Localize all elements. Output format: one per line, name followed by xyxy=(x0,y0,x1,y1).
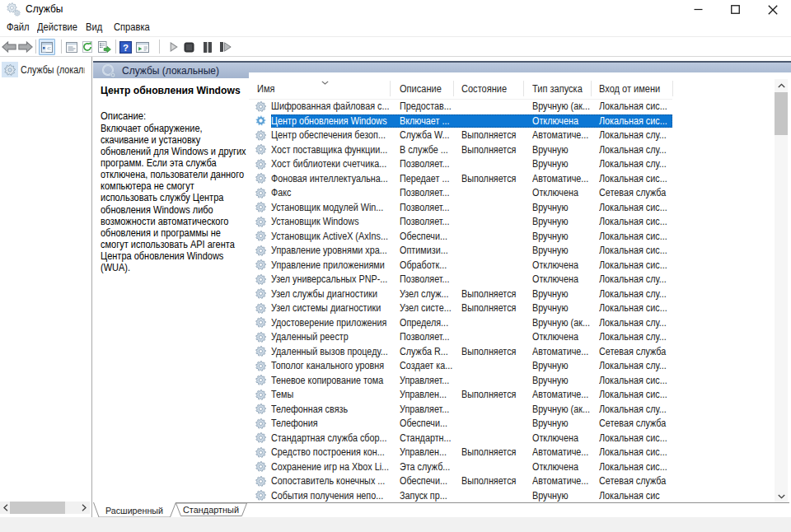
table-row[interactable]: Фоновая интеллектуальна...Передает ...Вы… xyxy=(249,171,672,186)
service-gear-icon xyxy=(255,332,266,343)
service-gear-icon xyxy=(255,390,266,400)
cell-status xyxy=(453,432,523,444)
cell-log_on_as: Локальная слу... xyxy=(591,288,672,300)
table-row[interactable]: Узел универсальных PNP-...Позволяет...От… xyxy=(249,273,672,287)
cell-startup_type: Отключена xyxy=(523,461,591,473)
cell-name: Установщик Windows xyxy=(249,216,390,227)
column-separator[interactable] xyxy=(523,81,524,96)
scrollbar-thumb[interactable] xyxy=(775,92,788,135)
tree-horizontal-scrollbar[interactable] xyxy=(0,502,90,514)
stop-service-button[interactable] xyxy=(180,39,197,55)
tab-extended[interactable]: Расширенный xyxy=(105,505,163,516)
table-row[interactable]: ТелефонияОбеспечи...ВручнуюСетевая служб… xyxy=(249,417,672,432)
cell-status: Выполняется xyxy=(453,389,523,400)
export-list-button[interactable] xyxy=(96,39,112,55)
column-separator[interactable] xyxy=(453,81,454,96)
column-header-name[interactable]: Имя xyxy=(257,83,275,95)
table-row[interactable]: Сопоставитель конечных ...Обеспечи...Вып… xyxy=(249,474,672,489)
restart-service-button[interactable] xyxy=(217,39,235,55)
table-row[interactable]: Установщик ActiveX (AxIns...Обеспечи...В… xyxy=(249,229,672,244)
menu-file[interactable]: Файл xyxy=(7,21,29,33)
table-row[interactable]: Сохранение игр на Xbox Li...Эта служб...… xyxy=(249,460,672,474)
show-console-tree-button[interactable] xyxy=(39,39,55,55)
table-row[interactable]: Теневое копирование томаУправляет...Вруч… xyxy=(249,373,672,388)
cell-description: Передает ... xyxy=(390,173,453,184)
cell-log_on_as: Локальная сис... xyxy=(591,432,672,444)
cell-description: Позволяет... xyxy=(390,158,453,170)
forward-button[interactable] xyxy=(17,39,34,55)
table-row[interactable]: Хост библиотеки счетчика...Позволяет...В… xyxy=(249,157,672,172)
table-row[interactable]: Управление уровнями хра...Оптимизи...Вру… xyxy=(249,244,672,259)
service-gear-icon xyxy=(255,476,266,487)
table-row[interactable]: Шифрованная файловая с...Предостав...Вру… xyxy=(249,100,672,114)
cell-status: Выполняется xyxy=(453,144,523,156)
table-row[interactable]: События получения непо...Запуск пр...Вру… xyxy=(249,488,672,502)
minimize-button[interactable] xyxy=(680,0,717,19)
pause-service-button[interactable] xyxy=(199,39,216,55)
scrollbar-thumb[interactable] xyxy=(10,502,65,514)
table-row[interactable]: Хост поставщика функции...В службе ...Вы… xyxy=(249,142,672,157)
table-row[interactable]: Управление приложениямиОбработк...Отключ… xyxy=(249,258,672,273)
close-button[interactable] xyxy=(754,0,791,19)
cell-startup_type: Отключена xyxy=(523,187,591,198)
column-header-startup-type[interactable]: Тип запуска xyxy=(532,83,583,95)
table-row[interactable]: Узел системы диагностикиУзел систе...Вып… xyxy=(249,301,672,316)
cell-description: Определя... xyxy=(390,317,453,329)
table-row[interactable]: Центр обеспечения безоп...Служба W...Вып… xyxy=(249,128,672,143)
back-button[interactable] xyxy=(1,39,17,55)
column-header-description[interactable]: Описание xyxy=(400,83,442,95)
column-separator[interactable] xyxy=(390,81,391,96)
maximize-button[interactable] xyxy=(717,0,754,19)
column-header-log-on-as[interactable]: Вход от имени xyxy=(599,83,660,95)
cell-description: Служба W... xyxy=(390,129,453,141)
service-gear-icon xyxy=(255,375,266,385)
table-row[interactable]: Центр обновления WindowsВключает ...Откл… xyxy=(249,114,672,128)
cell-status: Выполняется xyxy=(453,302,523,314)
table-row[interactable]: ФаксПозволяет...ОтключенаСетевая служба xyxy=(249,186,672,201)
column-header-status[interactable]: Состояние xyxy=(461,83,507,95)
back-arrow-icon xyxy=(2,41,16,53)
service-gear-icon xyxy=(255,130,266,141)
column-separator[interactable] xyxy=(672,81,673,96)
table-row[interactable]: Установщик WindowsПозволяет...ВручнуюЛок… xyxy=(249,215,672,230)
show-action-pane-button[interactable] xyxy=(134,39,151,55)
cell-status: Выполняется xyxy=(453,173,523,184)
table-row[interactable]: Удостоверение приложенияОпределя...Вручн… xyxy=(249,315,672,330)
cell-name: Сохранение игр на Xbox Li... xyxy=(249,461,390,473)
scroll-right-button[interactable] xyxy=(78,502,89,514)
menu-help[interactable]: Справка xyxy=(114,21,150,33)
table-row[interactable]: Стандартная служба сбор...Стандартн...От… xyxy=(249,431,672,446)
cell-startup_type: Автоматиче... xyxy=(523,389,591,400)
scroll-up-button[interactable] xyxy=(775,79,788,91)
table-row[interactable]: ТемыУправлен...ВыполняетсяАвтоматиче...Л… xyxy=(249,388,672,403)
workspace: Службы (локальные) Службы (локальные) xyxy=(0,57,791,517)
table-row[interactable]: Телефонная связьУправляет...Вручную (ак.… xyxy=(249,402,672,417)
properties-button[interactable] xyxy=(63,39,80,55)
cell-startup_type: Вручную (ак... xyxy=(523,404,591,415)
cell-description: Обеспечи... xyxy=(390,475,453,487)
cell-description: В службе ... xyxy=(390,144,453,156)
table-row[interactable]: Установщик модулей Win...Позволяет...Вру… xyxy=(249,200,672,215)
table-row[interactable]: Узел службы диагностикиУзел служ...Выпол… xyxy=(249,287,672,301)
cell-log_on_as: Локальная слу... xyxy=(591,144,672,156)
help-button[interactable]: ? xyxy=(117,39,133,55)
service-gear-icon xyxy=(255,404,266,414)
table-row[interactable]: Удаленный реестрПозволяет...ОтключенаЛок… xyxy=(249,330,672,345)
service-gear-icon xyxy=(255,490,266,501)
table-row[interactable]: Удаленный вызов процеду...Служба R...Вып… xyxy=(249,344,672,359)
tab-standard[interactable]: Стандартный xyxy=(183,504,239,515)
cell-description: Узел систе... xyxy=(390,302,453,314)
menu-action[interactable]: Действие xyxy=(37,21,77,33)
menu-view[interactable]: Вид xyxy=(86,21,102,33)
refresh-button[interactable] xyxy=(79,39,96,55)
table-row[interactable]: Средство построения кон...Управлен...Вып… xyxy=(249,446,672,460)
list-vertical-scrollbar[interactable] xyxy=(775,79,788,502)
selected-service-title: Центр обновления Windows xyxy=(101,84,241,96)
service-gear-icon xyxy=(255,418,266,429)
start-service-button[interactable] xyxy=(166,39,182,55)
table-row[interactable]: Тополог канального уровняСоздает ка...Вр… xyxy=(249,359,672,374)
cell-name: Узел службы диагностики xyxy=(249,288,390,300)
tree-item-services-local[interactable]: Службы (локальные) xyxy=(2,62,92,77)
scroll-down-button[interactable] xyxy=(775,490,788,502)
column-separator[interactable] xyxy=(591,81,592,96)
